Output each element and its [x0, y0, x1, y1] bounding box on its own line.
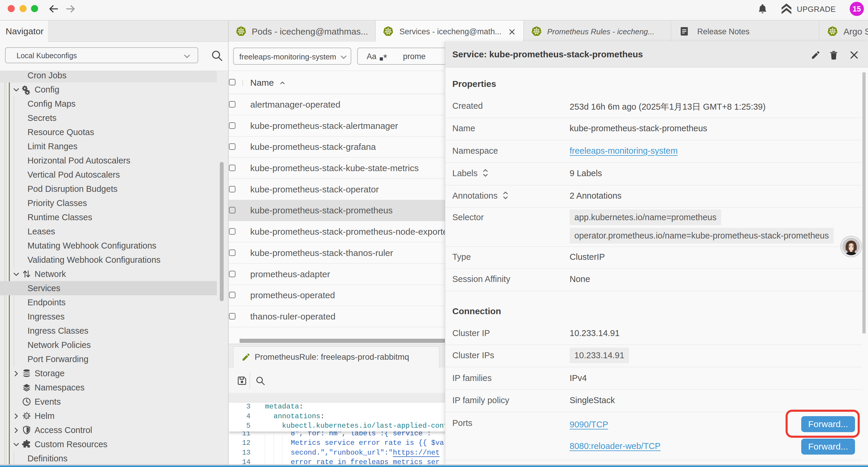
svg-text:HELM: HELM	[23, 414, 30, 417]
